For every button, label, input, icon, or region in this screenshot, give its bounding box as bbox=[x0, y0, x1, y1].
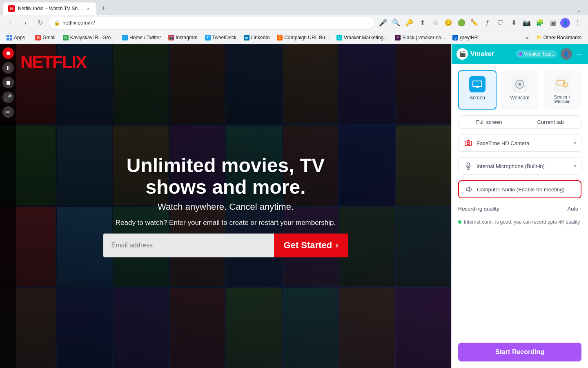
stop-button[interactable]: ⏹ bbox=[2, 77, 14, 88]
current-tab-tab[interactable]: Current tab bbox=[520, 116, 581, 128]
sidebar-toggle-button[interactable]: ▣ bbox=[547, 17, 559, 29]
vmaker-bm-icon: V bbox=[336, 35, 342, 40]
vmaker-header: 🎬 Vmaker Vmaker Tea... 👤 ··· bbox=[452, 44, 588, 64]
tab-bar: N Netflix India – Watch TV Sh... × + ⌄ bbox=[0, 0, 588, 15]
sidebar-pen-button[interactable]: ✏ bbox=[2, 106, 14, 118]
bookmark-greythr-label: greytHR bbox=[460, 35, 478, 40]
vmaker-panel: 🎬 Vmaker Vmaker Tea... 👤 ··· bbox=[451, 44, 588, 368]
key-button[interactable]: 🔑 bbox=[403, 17, 415, 29]
reload-button[interactable]: ↻ bbox=[34, 17, 46, 29]
shield-button[interactable]: 🛡 bbox=[495, 17, 506, 29]
svg-marker-13 bbox=[466, 187, 470, 192]
tab-favicon: N bbox=[8, 5, 15, 12]
bookmark-linkedin[interactable]: in LinkedIn bbox=[241, 33, 273, 42]
bookmark-vmaker[interactable]: V Vmaker Marketing... bbox=[333, 33, 391, 42]
bookmark-twitter[interactable]: 🐦 Home / Twitter bbox=[119, 33, 164, 42]
back-button[interactable]: ‹ bbox=[5, 17, 16, 29]
twitter-icon: 🐦 bbox=[122, 35, 128, 40]
new-tab-button[interactable]: + bbox=[98, 2, 109, 14]
vmaker-user-avatar[interactable]: 👤 bbox=[561, 48, 572, 60]
connection-status: Internet conn. is good, you can record u… bbox=[458, 219, 581, 225]
bookmark-campaign[interactable]: C Campaign URL Bu... bbox=[274, 33, 332, 42]
audio-dropdown-text: Computer Audio (Enable for meeting) bbox=[477, 186, 576, 193]
bookmark-kaviya[interactable]: K Kaviyakavi B - Gro... bbox=[60, 33, 118, 42]
camera-ext-button[interactable]: 📷 bbox=[521, 17, 532, 29]
screen-mode-label: Screen bbox=[470, 95, 485, 101]
address-bar: ‹ › ↻ 🔒 netflix.com/in/ 🎤 🔍 🔑 ⬆ ☆ 😊 🟢 ✏️… bbox=[0, 15, 588, 31]
address-actions: 🎤 🔍 🔑 ⬆ ☆ 😊 🟢 ✏️ ƒ 🛡 ⬇ 📷 🧩 ▣ 👤 ⋮ bbox=[377, 17, 583, 29]
bookmark-slack[interactable]: # Slack | vmaker-co... bbox=[392, 33, 448, 42]
bookmark-vmaker-label: Vmaker Marketing... bbox=[344, 35, 388, 40]
camera-dropdown[interactable]: FaceTime HD Camera ▾ bbox=[458, 135, 581, 152]
netflix-signup-text: Ready to watch? Enter your email to crea… bbox=[103, 219, 348, 227]
avatar-icon: 👤 bbox=[563, 51, 569, 57]
bookmark-apps[interactable]: Apps bbox=[3, 33, 28, 42]
recording-quality-label: Recording quality bbox=[458, 206, 499, 212]
greythr-icon: g bbox=[452, 35, 458, 40]
speaker-icon bbox=[464, 184, 474, 194]
vmaker-team-badge[interactable]: Vmaker Tea... bbox=[516, 50, 557, 58]
extension2-button[interactable]: ✏️ bbox=[469, 17, 480, 29]
screen-mode-button[interactable]: Screen bbox=[458, 70, 497, 110]
lens-button[interactable]: 🔍 bbox=[390, 17, 402, 29]
puzzle-button[interactable]: 🧩 bbox=[534, 17, 546, 29]
emoji-button[interactable]: 😊 bbox=[443, 17, 454, 29]
svg-rect-9 bbox=[467, 140, 470, 141]
team-dot bbox=[519, 52, 522, 56]
bookmark-gmail[interactable]: M Gmail bbox=[32, 33, 58, 42]
full-screen-tab[interactable]: Full screen bbox=[459, 116, 520, 128]
bookmark-separator bbox=[30, 34, 30, 42]
extension3-button[interactable]: ƒ bbox=[482, 17, 493, 29]
connection-dot bbox=[458, 220, 461, 224]
svg-rect-6 bbox=[563, 83, 567, 86]
bookmark-instagram[interactable]: 📷 Instagram bbox=[165, 33, 200, 42]
campaign-icon: C bbox=[277, 35, 283, 40]
bookmark-button[interactable]: ☆ bbox=[430, 17, 441, 29]
start-recording-button[interactable]: Start Recording bbox=[458, 343, 581, 361]
vmaker-team-text: Vmaker Tea... bbox=[524, 51, 554, 57]
bookmark-apps-label: Apps bbox=[14, 35, 25, 40]
address-input-wrap[interactable]: 🔒 netflix.com/in/ bbox=[49, 17, 374, 29]
share-button[interactable]: ⬆ bbox=[416, 17, 428, 29]
bookmark-campaign-label: Campaign URL Bu... bbox=[284, 35, 329, 40]
recording-quality-value[interactable]: Auto › bbox=[568, 206, 581, 212]
minimize-browser-button[interactable]: ⌄ bbox=[573, 7, 585, 13]
record-indicator: ⏺ bbox=[2, 47, 14, 59]
microphone-dropdown[interactable]: Internal Microphone (Built-in) ▾ bbox=[458, 157, 581, 175]
active-tab[interactable]: N Netflix India – Watch TV Sh... × bbox=[3, 2, 96, 15]
netflix-hero: Unlimited movies, TV shows and more. Wat… bbox=[103, 155, 348, 257]
sidebar-mic-button[interactable]: 🎤 bbox=[2, 92, 14, 103]
extension1-button[interactable]: 🟢 bbox=[456, 17, 467, 29]
vmaker-more-button[interactable]: ··· bbox=[575, 50, 583, 58]
linkedin-icon: in bbox=[244, 35, 249, 40]
netflix-hero-heading: Unlimited movies, TV shows and more. bbox=[103, 155, 348, 198]
download-button[interactable]: ⬇ bbox=[508, 17, 519, 29]
profile-button[interactable]: 👤 bbox=[560, 18, 570, 28]
bookmark-tweetdeck[interactable]: T TweetDeck bbox=[202, 33, 240, 42]
bookmark-greythr[interactable]: g greytHR bbox=[449, 33, 481, 42]
forward-button[interactable]: › bbox=[20, 17, 31, 29]
bookmark-other[interactable]: 📁 Other Bookmarks bbox=[533, 33, 585, 42]
audio-dropdown[interactable]: Computer Audio (Enable for meeting) bbox=[458, 180, 581, 198]
bookmark-twitter-label: Home / Twitter bbox=[129, 35, 161, 40]
svg-rect-10 bbox=[467, 163, 470, 166]
netflix-email-input[interactable] bbox=[103, 233, 274, 257]
bookmark-linkedin-label: LinkedIn bbox=[251, 35, 270, 40]
netflix-email-row: Get Started › bbox=[103, 233, 348, 257]
tab-close-button[interactable]: × bbox=[85, 5, 91, 12]
vmaker-logo: 🎬 Vmaker bbox=[457, 48, 494, 60]
pause-button[interactable]: ⏸ bbox=[2, 62, 14, 74]
svg-rect-0 bbox=[473, 81, 482, 87]
bookmarks-more-button[interactable]: » bbox=[523, 33, 532, 42]
netflix-logo: NETFLIX bbox=[20, 52, 86, 72]
chrome-menu-button[interactable]: ⋮ bbox=[572, 17, 583, 29]
microphone-button[interactable]: 🎤 bbox=[377, 17, 389, 29]
quality-value-text: Auto bbox=[568, 206, 579, 212]
instagram-icon: 📷 bbox=[168, 35, 174, 40]
netflix-get-started-button[interactable]: Get Started › bbox=[274, 233, 348, 257]
camera-icon bbox=[463, 138, 473, 148]
webcam-mode-button[interactable]: Webcam bbox=[501, 70, 539, 110]
webcam-mode-icon bbox=[512, 76, 528, 92]
both-mode-button[interactable]: Screen + Webcam bbox=[543, 70, 581, 110]
netflix-page: ⏺ ⏸ ⏹ 🎤 ✏ NETFLIX Unlimited movies, TV s… bbox=[0, 44, 451, 368]
